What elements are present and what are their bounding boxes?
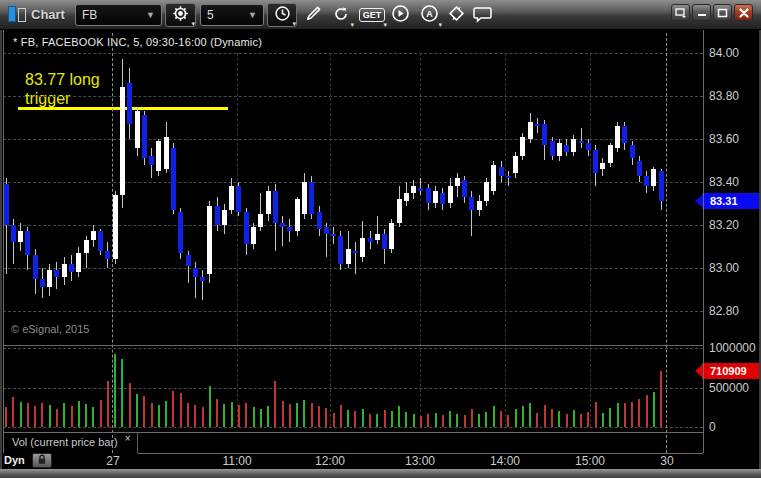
volume-tick-label: 500000	[709, 381, 749, 395]
volume-bar-down	[180, 393, 182, 427]
price-gridline	[3, 225, 703, 226]
volume-bar-down	[354, 411, 356, 427]
candle-up	[156, 141, 161, 171]
lock-scale-button[interactable]	[32, 453, 52, 468]
maximize-button[interactable]	[713, 4, 732, 21]
chevron-down-icon: ▼	[248, 10, 257, 20]
draw-tool-button[interactable]	[300, 3, 326, 27]
time-template-button[interactable]: ▾	[267, 3, 297, 27]
volume-indicator-tab[interactable]: Vol (current price bar) ×	[3, 432, 138, 453]
link-button[interactable]	[444, 3, 468, 27]
refresh-button[interactable]: ▾	[328, 3, 354, 27]
volume-bar-up	[405, 412, 407, 427]
volume-tick-label: 0	[709, 420, 716, 434]
volume-bar-down	[500, 411, 502, 427]
volume-bar-down	[325, 408, 327, 427]
chart-window: Chart FB ▼ ▾ 5 ▼ ▾	[0, 0, 761, 478]
candle-down	[542, 124, 547, 146]
candle-up	[360, 238, 365, 257]
last-price-badge: 83.31	[702, 193, 761, 209]
chevron-down-icon: ▾	[292, 20, 296, 27]
candle-down	[418, 188, 423, 190]
volume-bar-up	[78, 401, 80, 427]
candle-down	[127, 83, 132, 124]
candle-up	[389, 223, 394, 249]
svg-text:A: A	[426, 9, 433, 19]
candle-up	[18, 231, 23, 242]
candle-wick	[333, 227, 334, 244]
candle-wick	[581, 128, 582, 147]
volume-bar-down	[216, 399, 218, 427]
volume-bar-up	[456, 414, 458, 427]
volume-bar-down	[289, 404, 291, 427]
candle-down	[215, 206, 220, 225]
candle-down	[586, 143, 591, 149]
volume-bar-down	[143, 396, 145, 427]
volume-bar-up	[136, 394, 138, 427]
volume-bar-down	[340, 405, 342, 427]
close-icon[interactable]: ×	[125, 433, 131, 444]
candle-up	[164, 137, 169, 169]
volume-bar-down	[34, 406, 36, 427]
volume-bar-up	[573, 410, 575, 427]
volume-bar-up	[485, 412, 487, 427]
candle-down	[637, 161, 642, 176]
volume-bar-down	[107, 381, 109, 427]
esignal-watermark: © eSignal, 2015	[11, 323, 89, 335]
candle-up	[47, 270, 52, 287]
auto-scale-button[interactable]: A ▾	[416, 3, 442, 27]
window-menu-button[interactable]	[671, 4, 690, 21]
candle-down	[11, 225, 16, 242]
volume-bar-up	[303, 400, 305, 427]
price-tick-label: 83.80	[709, 89, 739, 103]
volume-bar-down	[384, 410, 386, 427]
minimize-button[interactable]	[692, 4, 711, 21]
volume-bar-up	[376, 414, 378, 427]
candle-down	[426, 188, 431, 203]
symbol-combobox[interactable]: FB ▼	[75, 4, 162, 26]
comment-button[interactable]	[470, 3, 496, 27]
volume-bar-up	[347, 410, 349, 427]
volume-bar-down	[274, 381, 276, 427]
volume-bar-down	[41, 403, 43, 427]
circular-arrow-icon	[332, 5, 350, 26]
candle-down	[193, 268, 198, 277]
volume-bar-up	[231, 402, 233, 427]
get-data-button[interactable]: GET ▾	[357, 3, 387, 27]
tab-row-bottom-border	[138, 453, 703, 454]
last-volume-badge: 710909	[702, 363, 761, 379]
chart-header-title: * FB, FACEBOOK INC, 5, 09:30-16:00 (Dyna…	[13, 36, 262, 48]
toolbar: Chart FB ▼ ▾ 5 ▼ ▾	[0, 0, 761, 30]
interval-combobox[interactable]: 5 ▼	[200, 4, 264, 26]
window-title: Chart	[31, 7, 65, 22]
volume-bar-down	[5, 407, 7, 427]
candle-down	[54, 270, 59, 276]
price-axis-border	[703, 30, 704, 453]
volume-bar-up	[617, 403, 619, 427]
trigger-annotation-text[interactable]: 83.77 long trigger	[25, 70, 100, 108]
close-button[interactable]	[734, 4, 753, 21]
lock-icon	[37, 453, 47, 468]
price-tick-label: 82.80	[709, 304, 739, 318]
time-tick-label: 15:00	[567, 454, 613, 468]
candle-down	[462, 180, 467, 197]
candle-up	[113, 195, 118, 260]
symbol-settings-button[interactable]: ▾	[165, 3, 196, 27]
candle-up	[615, 126, 620, 148]
chevron-down-icon: ▾	[191, 20, 195, 27]
session-line	[666, 33, 667, 453]
volume-bar-down	[624, 403, 626, 427]
candle-up	[477, 201, 482, 210]
volume-bar-down	[282, 401, 284, 427]
hour-gridline	[590, 53, 591, 427]
chart-area: * FB, FACEBOOK INC, 5, 09:30-16:00 (Dyna…	[0, 30, 761, 469]
price-tick-label: 83.20	[709, 218, 739, 232]
candle-up	[207, 206, 212, 275]
candle-down	[236, 186, 241, 212]
volume-bar-up	[92, 407, 94, 427]
candle-down	[579, 141, 584, 143]
candle-up	[484, 182, 489, 201]
play-button[interactable]	[388, 3, 412, 27]
candle-down	[564, 145, 569, 151]
gear-icon	[172, 5, 189, 25]
